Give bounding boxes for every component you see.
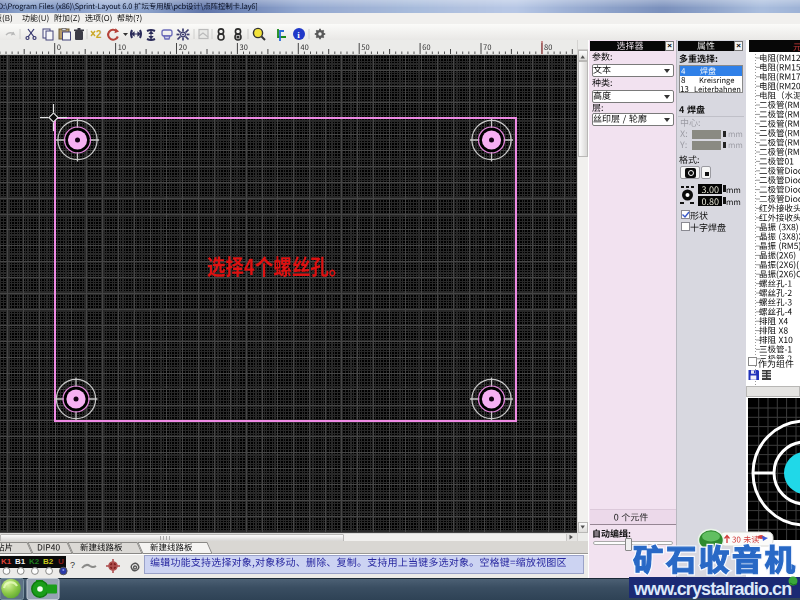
svg-text:www.crystalradio.cn: www.crystalradio.cn — [633, 579, 791, 599]
svg-text:?: ? — [70, 560, 75, 570]
svg-text:2: 2 — [96, 29, 102, 40]
